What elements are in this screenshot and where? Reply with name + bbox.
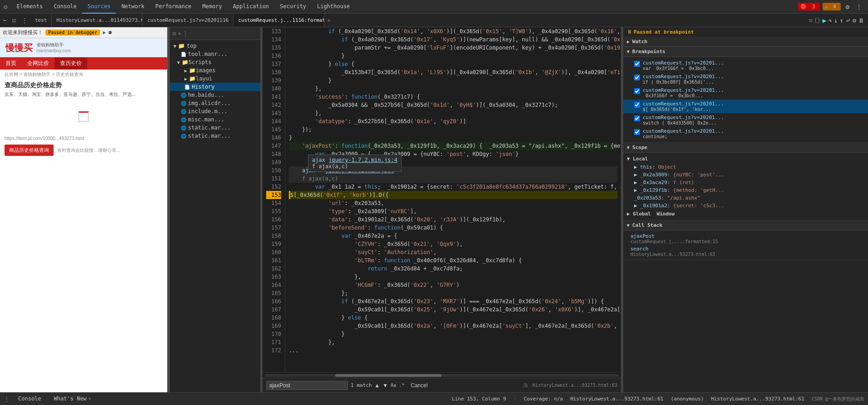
bottom-tab-whatsnew[interactable]: What's New ✕ bbox=[50, 393, 96, 405]
expand-icon[interactable]: ⊡ bbox=[9, 17, 18, 24]
code-line-157: 'beforeSend': function(_0x59ca01) { bbox=[289, 224, 617, 232]
callstack-item-0[interactable]: ajaxPostcustomRequest.j....:formatted:15 bbox=[623, 232, 868, 245]
code-line-141: 'success': function(_0x3271c7) { bbox=[289, 93, 617, 101]
tree-item-scripts[interactable]: ▼ 📁 Scripts bbox=[170, 58, 260, 66]
file-tab-history[interactable]: HistoryLowest.a...011493273.html bbox=[52, 14, 143, 27]
scope-items: ▶ this: Object▶ _0x2a3009: {nuYBC: 'post… bbox=[623, 163, 868, 210]
more-icon[interactable]: ⋮ bbox=[853, 2, 864, 11]
scope-global-header[interactable]: ▶ Global Window bbox=[623, 210, 868, 218]
tree-item-history[interactable]: 📄 History bbox=[170, 83, 260, 91]
scope-section-header[interactable]: ▼ Scope bbox=[623, 143, 868, 153]
bottom-tab-console[interactable]: Console bbox=[14, 393, 46, 405]
deactivate-breakpoints-icon[interactable]: ⊘ bbox=[853, 17, 856, 24]
nav-home[interactable]: 首页 bbox=[0, 57, 22, 70]
tree-item-include[interactable]: 🌐 include.m... bbox=[170, 107, 260, 115]
pause-on-exceptions-icon[interactable]: ⏸ bbox=[858, 17, 864, 24]
tree-item-top[interactable]: ▼ 📁 top bbox=[170, 42, 260, 50]
file-tab-customrequest-v[interactable]: customRequest.js?v=20201116 bbox=[143, 14, 233, 27]
watch-section-header[interactable]: ▶ Watch bbox=[623, 37, 868, 47]
search-prev-btn[interactable]: ▲ bbox=[374, 382, 380, 389]
bottom-more-icon[interactable]: ⋮ bbox=[4, 395, 10, 403]
tab-security[interactable]: Security bbox=[274, 0, 312, 14]
scrollbar-track[interactable] bbox=[264, 374, 619, 377]
tooltip-jquery-link[interactable]: jquery-1.7.2.min.js:4 bbox=[328, 157, 397, 163]
collapse-all-icon[interactable]: ⊡ bbox=[173, 30, 176, 37]
bp-checkbox-bp4[interactable] bbox=[634, 102, 640, 108]
goto-line-icon[interactable]: ⊡ bbox=[809, 17, 812, 24]
new-snippet-icon[interactable]: + bbox=[178, 30, 181, 37]
tab-lighthouse[interactable]: Lighthouse bbox=[312, 0, 355, 14]
site-logo-text: 慢慢买 bbox=[5, 43, 33, 53]
settings-icon[interactable]: ⚙ bbox=[843, 2, 852, 11]
file-tab-test[interactable]: test bbox=[30, 14, 52, 27]
play-icon[interactable]: ▶ bbox=[103, 30, 106, 35]
tree-label-tool: tool.manr... bbox=[188, 51, 228, 57]
more-tabs-icon[interactable]: ⋮ bbox=[19, 17, 30, 24]
bp-checkbox-bp6[interactable] bbox=[634, 129, 640, 135]
scope-local-header[interactable]: ▼ Local bbox=[623, 155, 868, 163]
tab-memory[interactable]: Memory bbox=[197, 0, 227, 14]
step-into-icon[interactable]: ↓ bbox=[834, 17, 838, 24]
tab-application[interactable]: Application bbox=[228, 0, 274, 14]
history-search-btn[interactable]: 商品历史价格查询 bbox=[5, 145, 54, 156]
record-icon[interactable]: ⏺ bbox=[108, 30, 113, 35]
scope-item-0[interactable]: ▶ this: Object bbox=[623, 163, 868, 171]
scope-item-2[interactable]: ▶ _0x3aca29: f (ret) bbox=[623, 179, 868, 186]
callstack-section-header[interactable]: ▼ Call Stack bbox=[623, 220, 868, 230]
tab-network[interactable]: Network bbox=[116, 0, 150, 14]
callstack-item-1[interactable]: searchHistoryLowest.a...93273.html:63 bbox=[623, 245, 868, 258]
breakpoint-item-bp6[interactable]: customRequest.js?v=20201... continue; bbox=[623, 127, 868, 140]
resume-debug-icon[interactable]: ▶ bbox=[823, 17, 826, 24]
bp-checkbox-bp1[interactable] bbox=[634, 61, 640, 67]
tree-item-misc[interactable]: 🌐 misc.man... bbox=[170, 115, 260, 124]
nav-history[interactable]: 查历史价 bbox=[55, 57, 87, 70]
code-content[interactable]: 1331341351361371381391401411421431441451… bbox=[263, 27, 621, 372]
tree-item-static2[interactable]: 🌐 static.mar... bbox=[170, 132, 260, 140]
bp-checkbox-bp5[interactable] bbox=[634, 115, 640, 121]
tree-item-images[interactable]: ▶ 📁 images bbox=[170, 66, 260, 75]
cancel-search-btn[interactable]: Cancel bbox=[411, 382, 427, 389]
tree-item-layui[interactable]: ▶ 📁 layui bbox=[170, 75, 260, 83]
scope-item-4[interactable]: _0x203a53: "/api.ashx" bbox=[623, 194, 868, 202]
tree-item-alicdr[interactable]: 🌐 img.alicdr... bbox=[170, 99, 260, 107]
step-out-icon[interactable]: ↑ bbox=[839, 17, 843, 24]
tree-item-hm[interactable]: 🌐 hm.baidu... bbox=[170, 91, 260, 99]
scrollbar-thumb[interactable] bbox=[335, 374, 441, 377]
scope-item-5[interactable]: ▶ _0x1901a2: {secret: 'c5c3... bbox=[623, 202, 868, 210]
code-lines: if (_0x4a0290[_0x365d('0x14', 'x0X6')](_… bbox=[285, 27, 621, 372]
file-tree-more-icon[interactable]: ⋮ bbox=[183, 30, 188, 37]
step-over-icon[interactable]: ↷ bbox=[828, 17, 832, 24]
bottom-tab-whatsnew-close[interactable]: ✕ bbox=[89, 396, 91, 401]
nav-compare[interactable]: 全网比价 bbox=[22, 57, 55, 70]
tab-performance[interactable]: Performance bbox=[150, 0, 197, 14]
step-back-icon[interactable]: ⤶ bbox=[845, 17, 851, 24]
bp-checkbox-bp3[interactable] bbox=[634, 88, 640, 94]
breakpoint-item-bp4[interactable]: customRequest.js?v=20201... $[_0x365d('0… bbox=[623, 100, 868, 113]
tree-item-static1[interactable]: 🌐 static.mar... bbox=[170, 124, 260, 132]
format-icon[interactable]: {} bbox=[814, 17, 820, 24]
tab-elements[interactable]: Elements bbox=[11, 0, 48, 14]
horizontal-scrollbar[interactable] bbox=[263, 372, 621, 378]
status-csdn: CSDN @一条有梦想的咸鱼 bbox=[812, 396, 864, 402]
tab-console[interactable]: Console bbox=[48, 0, 82, 14]
breakpoint-item-bp3[interactable]: customRequest.js?v=20201... _0x3f166f = … bbox=[623, 86, 868, 100]
code-line-155: 'type': _0x2a3009['nuYBC'], bbox=[289, 207, 617, 215]
search-next-btn[interactable]: ▼ bbox=[382, 382, 388, 389]
regex-btn[interactable]: .* bbox=[399, 383, 404, 388]
search-input[interactable] bbox=[266, 381, 348, 390]
scope-item-1[interactable]: ▶ _0x2a3009: {nuYBC: 'post'... bbox=[623, 171, 868, 179]
tabs-overflow-icon[interactable]: » bbox=[324, 17, 333, 24]
breakpoints-section-header[interactable]: ▼ Breakpoints bbox=[623, 47, 868, 57]
bp-checkbox-bp2[interactable] bbox=[634, 75, 640, 80]
match-case-btn[interactable]: Aa bbox=[391, 383, 396, 388]
back-forward-icon[interactable]: ⬅ bbox=[0, 17, 9, 24]
breakpoint-item-bp2[interactable]: customRequest.js?v=20201... if (_0x3bc08… bbox=[623, 72, 868, 86]
scope-item-3[interactable]: ▶ _0x129f1b: {method: 'getH... bbox=[623, 186, 868, 194]
callstack-arrow-icon: ▼ bbox=[627, 223, 630, 228]
breakpoint-item-bp5[interactable]: customRequest.js?v=20201... switch (_0x4… bbox=[623, 113, 868, 127]
tree-item-tool[interactable]: 📄 tool.manr... bbox=[170, 50, 260, 58]
bp-code-bp6: continue; bbox=[643, 134, 864, 139]
tab-sources[interactable]: Sources bbox=[82, 0, 116, 14]
breakpoint-item-bp1[interactable]: customRequest.js?v=20201... var _0x3f166… bbox=[623, 59, 868, 72]
file-tab-customrequest-f[interactable]: customRequest.j...1116:formatted ✕ bbox=[233, 14, 324, 27]
